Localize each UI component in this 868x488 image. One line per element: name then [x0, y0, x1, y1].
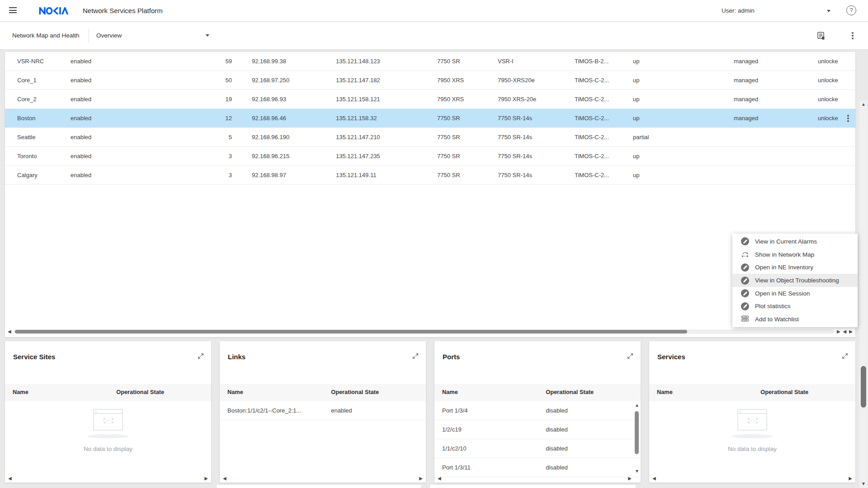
menu-item-open-in-ne-session[interactable]: Open in NE Session: [732, 287, 858, 300]
panel-title: Links: [228, 353, 245, 361]
table-row-Boston[interactable]: Bostonenabled1292.168.96.46135.121.158.3…: [5, 109, 855, 128]
panel-rows: Port 1/3/4disabled1/2/c19disabled1/1/c2/…: [434, 401, 641, 477]
scrollbar-thumb[interactable]: [15, 330, 688, 333]
cell-communication_state: up: [633, 115, 734, 122]
page-vertical-scrollbar[interactable]: ▲ ▼: [859, 100, 868, 488]
cell-chassis_type: 7750 SR-14s: [498, 172, 575, 178]
cell-administrative_state: unlocke: [818, 77, 855, 84]
help-icon[interactable]: ?: [846, 5, 856, 15]
row-kebab-icon[interactable]: [847, 115, 849, 123]
panel-row[interactable]: Port 1/3/4disabled: [434, 401, 641, 420]
scroll-down-icon[interactable]: ▼: [635, 469, 639, 474]
cell-product: 7750 SR: [437, 115, 498, 122]
cell-system_address: 92.168.96.215: [252, 153, 336, 160]
panel-header-row: NameOperational State: [220, 384, 426, 401]
panel-row[interactable]: Boston:1/1/c2/1--Core_2:1...enabled: [220, 401, 426, 420]
panel-scroll-right-icon[interactable]: ▶: [628, 476, 632, 481]
breadcrumb[interactable]: Network Map and Health: [12, 32, 80, 39]
toolbar-divider: [89, 29, 89, 43]
panel-scroll-left-icon[interactable]: ◀: [8, 476, 12, 481]
scroll-up-icon[interactable]: ▲: [861, 102, 866, 107]
view-selector-value: Overview: [96, 32, 122, 39]
panels: Service SitesNameOperational StateNo dat…: [5, 341, 855, 483]
page-first-icon[interactable]: ◀: [843, 329, 847, 334]
toolbar-kebab-icon[interactable]: [852, 32, 854, 40]
cell-affected_objects: 12: [160, 115, 252, 122]
panel-cell-state: disabled: [546, 464, 567, 471]
expand-icon[interactable]: [198, 353, 204, 361]
empty-window-illustration: [93, 409, 123, 431]
scroll-down-icon[interactable]: ▼: [861, 482, 866, 486]
menu-item-add-to-watchlist[interactable]: Add to Watchlist: [732, 313, 858, 326]
panel-service-sites: Service SitesNameOperational StateNo dat…: [5, 341, 211, 483]
hamburger-menu-icon[interactable]: [9, 7, 17, 14]
ne-horizontal-scrollbar: ◀ ▶ ◀ ▶: [8, 328, 853, 335]
table-row-Core_2[interactable]: Core_2enabled1992.168.96.93135.121.158.1…: [5, 90, 855, 109]
next-card-edge: [430, 485, 636, 488]
panel-links: LinksNameOperational StateBoston:1/1/c2/…: [220, 341, 426, 483]
watchlist-icon: [741, 314, 749, 324]
table-row-Calgary[interactable]: Calgaryenabled392.168.98.97135.121.149.1…: [5, 166, 855, 185]
page-scrollbar-thumb[interactable]: [861, 366, 866, 408]
panel-scroll-left-icon[interactable]: ◀: [223, 476, 226, 481]
cell-version: TiMOS-B-2...: [575, 58, 633, 65]
no-data-placeholder: No data to display: [5, 409, 211, 452]
cell-name: Calgary: [5, 172, 71, 178]
panel-row[interactable]: 1/1/c2/10disabled: [434, 439, 641, 458]
cell-affected_objects: 3: [160, 153, 252, 160]
panel-column-name: Name: [227, 389, 243, 395]
open-app-icon: [741, 263, 749, 272]
panel-scroll-left-icon[interactable]: ◀: [652, 476, 656, 481]
cell-managed_state: managed: [734, 115, 818, 122]
expand-icon[interactable]: [627, 353, 633, 361]
scroll-right-icon[interactable]: ▶: [837, 329, 840, 334]
cell-communication_state: up: [633, 172, 734, 178]
table-row-Seattle[interactable]: Seattleenabled592.168.96.190135.121.147.…: [5, 128, 855, 147]
table-row-Toronto[interactable]: Torontoenabled392.168.96.215135.121.147.…: [5, 147, 855, 166]
cell-name: Core_2: [5, 96, 71, 103]
menu-item-show-in-network-map[interactable]: Show in Network Map: [732, 248, 858, 261]
scrollbar-track[interactable]: [14, 329, 834, 334]
cell-version: TiMOS-C-2...: [575, 115, 633, 122]
panel-title: Service Sites: [13, 353, 55, 361]
illustration-shadow: [732, 434, 773, 438]
panel-scroll-left-icon[interactable]: ◀: [438, 476, 441, 481]
menu-item-label: View in Current Alarms: [755, 238, 817, 245]
menu-item-open-in-ne-inventory[interactable]: Open in NE Inventory: [732, 261, 858, 274]
cell-communication_state: partial: [633, 134, 734, 141]
page-last-icon[interactable]: ▶: [849, 329, 853, 334]
panel-row[interactable]: Port 1/3/11disabled: [434, 458, 641, 477]
panel-header-row: NameOperational State: [5, 384, 211, 401]
table-row-Core_1[interactable]: Core_1enabled5092.168.97.250135.121.147.…: [5, 71, 855, 90]
cell-name: Core_1: [5, 77, 71, 84]
view-selector[interactable]: Overview: [96, 32, 209, 39]
expand-icon[interactable]: [842, 353, 848, 361]
cell-operational_state: enabled: [71, 172, 160, 178]
panel-column-operational-state: Operational State: [116, 389, 164, 395]
panel-row[interactable]: 1/2/c19disabled: [434, 420, 641, 439]
context-menu: View in Current AlarmsShow in Network Ma…: [732, 234, 858, 327]
scroll-left-icon[interactable]: ◀: [8, 329, 11, 334]
user-menu[interactable]: User: admin: [722, 6, 839, 16]
cell-name: Seattle: [5, 134, 71, 141]
cell-chassis_type: 7750 SR-14s: [498, 153, 575, 160]
network-map-icon: [741, 250, 749, 259]
expand-icon[interactable]: [412, 353, 419, 361]
open-app-icon: [741, 302, 749, 310]
panel-column-operational-state: Operational State: [331, 389, 379, 395]
scroll-up-icon[interactable]: ▲: [635, 403, 639, 408]
cell-name: Boston: [5, 115, 71, 122]
panel-scrollbar-thumb[interactable]: [635, 411, 639, 454]
cell-system_address: 92.168.96.190: [252, 134, 336, 141]
menu-item-plot-statistics[interactable]: Plot statistics: [732, 300, 858, 313]
report-icon[interactable]: [816, 31, 826, 42]
panel-scroll-right-icon[interactable]: ▶: [419, 476, 423, 481]
panel-scroll-right-icon[interactable]: ▶: [204, 476, 208, 481]
cell-operational_state: enabled: [71, 96, 160, 103]
app-title: Network Services Platform: [83, 7, 163, 14]
panel-vertical-scrollbar[interactable]: ▲▼: [634, 403, 640, 474]
menu-item-view-in-object-troubleshooting[interactable]: View in Object Troubleshooting: [732, 274, 858, 287]
table-row-VSR-NRC[interactable]: VSR-NRCenabled5992.168.99.38135.121.148.…: [5, 52, 855, 71]
menu-item-view-in-current-alarms[interactable]: View in Current Alarms: [732, 235, 858, 248]
panel-scroll-right-icon[interactable]: ▶: [849, 476, 852, 481]
